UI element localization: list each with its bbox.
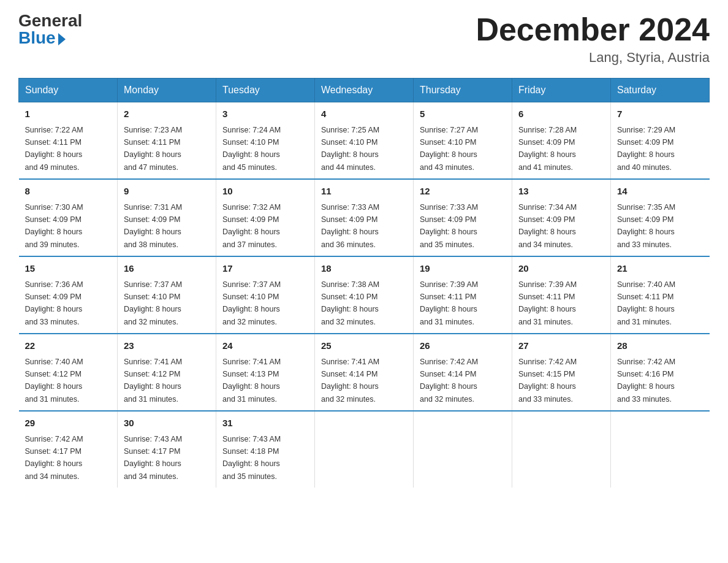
day-header-thursday: Thursday xyxy=(414,79,512,102)
day-number: 25 xyxy=(321,339,407,353)
week-row-2: 8 Sunrise: 7:30 AMSunset: 4:09 PMDayligh… xyxy=(19,179,710,256)
day-number: 22 xyxy=(25,339,112,353)
day-number: 11 xyxy=(321,185,407,199)
day-number: 30 xyxy=(124,416,210,431)
day-number: 28 xyxy=(617,339,703,353)
day-info: Sunrise: 7:42 AMSunset: 4:16 PMDaylight:… xyxy=(617,358,675,404)
calendar-cell: 17 Sunrise: 7:37 AMSunset: 4:10 PMDaylig… xyxy=(216,256,315,334)
calendar-cell: 27 Sunrise: 7:42 AMSunset: 4:15 PMDaylig… xyxy=(512,334,611,411)
day-info: Sunrise: 7:39 AMSunset: 4:11 PMDaylight:… xyxy=(420,280,478,326)
day-number: 18 xyxy=(321,262,407,276)
calendar-cell: 14 Sunrise: 7:35 AMSunset: 4:09 PMDaylig… xyxy=(611,179,710,256)
calendar-cell: 19 Sunrise: 7:39 AMSunset: 4:11 PMDaylig… xyxy=(414,256,512,334)
day-info: Sunrise: 7:32 AMSunset: 4:09 PMDaylight:… xyxy=(222,203,281,249)
calendar-cell: 3 Sunrise: 7:24 AMSunset: 4:10 PMDayligh… xyxy=(216,102,315,180)
day-header-wednesday: Wednesday xyxy=(315,79,414,102)
calendar-cell xyxy=(414,411,512,488)
day-header-sunday: Sunday xyxy=(19,79,118,102)
calendar-cell: 16 Sunrise: 7:37 AMSunset: 4:10 PMDaylig… xyxy=(118,256,216,334)
logo-blue-text: Blue xyxy=(18,29,66,47)
day-number: 13 xyxy=(518,185,604,199)
month-title: December 2024 xyxy=(476,12,710,47)
day-info: Sunrise: 7:36 AMSunset: 4:09 PMDaylight:… xyxy=(25,280,83,326)
day-header-saturday: Saturday xyxy=(611,79,710,102)
day-number: 16 xyxy=(124,262,210,276)
location-text: Lang, Styria, Austria xyxy=(476,50,710,66)
calendar-cell xyxy=(315,411,414,488)
day-info: Sunrise: 7:27 AMSunset: 4:10 PMDaylight:… xyxy=(420,126,478,172)
calendar-cell: 24 Sunrise: 7:41 AMSunset: 4:13 PMDaylig… xyxy=(216,334,315,411)
logo-general-text: General xyxy=(18,12,82,29)
day-number: 6 xyxy=(518,107,604,121)
calendar-cell: 7 Sunrise: 7:29 AMSunset: 4:09 PMDayligh… xyxy=(611,102,710,180)
calendar-cell: 6 Sunrise: 7:28 AMSunset: 4:09 PMDayligh… xyxy=(512,102,611,180)
day-info: Sunrise: 7:42 AMSunset: 4:14 PMDaylight:… xyxy=(420,358,478,404)
day-info: Sunrise: 7:22 AMSunset: 4:11 PMDaylight:… xyxy=(25,126,83,172)
day-number: 27 xyxy=(518,339,604,353)
day-info: Sunrise: 7:23 AMSunset: 4:11 PMDaylight:… xyxy=(124,126,182,172)
day-info: Sunrise: 7:42 AMSunset: 4:17 PMDaylight:… xyxy=(25,435,83,481)
calendar-cell: 12 Sunrise: 7:33 AMSunset: 4:09 PMDaylig… xyxy=(414,179,512,256)
calendar-header-row: SundayMondayTuesdayWednesdayThursdayFrid… xyxy=(19,79,710,102)
day-info: Sunrise: 7:37 AMSunset: 4:10 PMDaylight:… xyxy=(124,280,182,326)
calendar-cell: 23 Sunrise: 7:41 AMSunset: 4:12 PMDaylig… xyxy=(118,334,216,411)
day-number: 20 xyxy=(518,262,604,276)
calendar-cell: 26 Sunrise: 7:42 AMSunset: 4:14 PMDaylig… xyxy=(414,334,512,411)
calendar-table: SundayMondayTuesdayWednesdayThursdayFrid… xyxy=(18,78,710,488)
day-info: Sunrise: 7:41 AMSunset: 4:12 PMDaylight:… xyxy=(124,358,182,404)
day-header-friday: Friday xyxy=(512,79,611,102)
calendar-cell: 5 Sunrise: 7:27 AMSunset: 4:10 PMDayligh… xyxy=(414,102,512,180)
calendar-cell: 13 Sunrise: 7:34 AMSunset: 4:09 PMDaylig… xyxy=(512,179,611,256)
day-info: Sunrise: 7:35 AMSunset: 4:09 PMDaylight:… xyxy=(617,203,675,249)
calendar-cell: 25 Sunrise: 7:41 AMSunset: 4:14 PMDaylig… xyxy=(315,334,414,411)
day-number: 29 xyxy=(25,416,112,431)
day-number: 19 xyxy=(420,262,506,276)
day-info: Sunrise: 7:29 AMSunset: 4:09 PMDaylight:… xyxy=(617,126,675,172)
day-number: 10 xyxy=(222,185,308,199)
day-info: Sunrise: 7:40 AMSunset: 4:12 PMDaylight:… xyxy=(25,358,83,404)
day-number: 1 xyxy=(25,107,112,121)
calendar-cell: 15 Sunrise: 7:36 AMSunset: 4:09 PMDaylig… xyxy=(19,256,118,334)
calendar-cell: 30 Sunrise: 7:43 AMSunset: 4:17 PMDaylig… xyxy=(118,411,216,488)
calendar-cell xyxy=(611,411,710,488)
page-header: General Blue December 2024 Lang, Styria,… xyxy=(18,12,710,66)
day-info: Sunrise: 7:34 AMSunset: 4:09 PMDaylight:… xyxy=(518,203,577,249)
day-info: Sunrise: 7:43 AMSunset: 4:18 PMDaylight:… xyxy=(222,435,281,481)
calendar-cell: 10 Sunrise: 7:32 AMSunset: 4:09 PMDaylig… xyxy=(216,179,315,256)
week-row-4: 22 Sunrise: 7:40 AMSunset: 4:12 PMDaylig… xyxy=(19,334,710,411)
calendar-cell: 18 Sunrise: 7:38 AMSunset: 4:10 PMDaylig… xyxy=(315,256,414,334)
day-number: 4 xyxy=(321,107,407,121)
day-info: Sunrise: 7:37 AMSunset: 4:10 PMDaylight:… xyxy=(222,280,281,326)
day-info: Sunrise: 7:30 AMSunset: 4:09 PMDaylight:… xyxy=(25,203,83,249)
day-number: 15 xyxy=(25,262,112,276)
day-number: 24 xyxy=(222,339,308,353)
day-number: 12 xyxy=(420,185,506,199)
calendar-cell: 2 Sunrise: 7:23 AMSunset: 4:11 PMDayligh… xyxy=(118,102,216,180)
calendar-cell: 22 Sunrise: 7:40 AMSunset: 4:12 PMDaylig… xyxy=(19,334,118,411)
day-number: 26 xyxy=(420,339,506,353)
title-block: December 2024 Lang, Styria, Austria xyxy=(476,12,710,66)
day-info: Sunrise: 7:25 AMSunset: 4:10 PMDaylight:… xyxy=(321,126,379,172)
day-number: 9 xyxy=(124,185,210,199)
week-row-3: 15 Sunrise: 7:36 AMSunset: 4:09 PMDaylig… xyxy=(19,256,710,334)
logo-arrow-icon xyxy=(58,33,66,45)
day-number: 23 xyxy=(124,339,210,353)
calendar-cell: 1 Sunrise: 7:22 AMSunset: 4:11 PMDayligh… xyxy=(19,102,118,180)
calendar-cell: 21 Sunrise: 7:40 AMSunset: 4:11 PMDaylig… xyxy=(611,256,710,334)
calendar-cell: 28 Sunrise: 7:42 AMSunset: 4:16 PMDaylig… xyxy=(611,334,710,411)
day-number: 14 xyxy=(617,185,703,199)
day-number: 5 xyxy=(420,107,506,121)
day-number: 21 xyxy=(617,262,703,276)
day-info: Sunrise: 7:42 AMSunset: 4:15 PMDaylight:… xyxy=(518,358,577,404)
day-number: 31 xyxy=(222,416,308,431)
day-header-monday: Monday xyxy=(118,79,216,102)
calendar-cell xyxy=(512,411,611,488)
day-info: Sunrise: 7:28 AMSunset: 4:09 PMDaylight:… xyxy=(518,126,577,172)
day-info: Sunrise: 7:40 AMSunset: 4:11 PMDaylight:… xyxy=(617,280,675,326)
logo: General Blue xyxy=(18,12,82,47)
week-row-5: 29 Sunrise: 7:42 AMSunset: 4:17 PMDaylig… xyxy=(19,411,710,488)
day-info: Sunrise: 7:39 AMSunset: 4:11 PMDaylight:… xyxy=(518,280,577,326)
calendar-cell: 11 Sunrise: 7:33 AMSunset: 4:09 PMDaylig… xyxy=(315,179,414,256)
day-info: Sunrise: 7:33 AMSunset: 4:09 PMDaylight:… xyxy=(420,203,478,249)
day-info: Sunrise: 7:43 AMSunset: 4:17 PMDaylight:… xyxy=(124,435,182,481)
